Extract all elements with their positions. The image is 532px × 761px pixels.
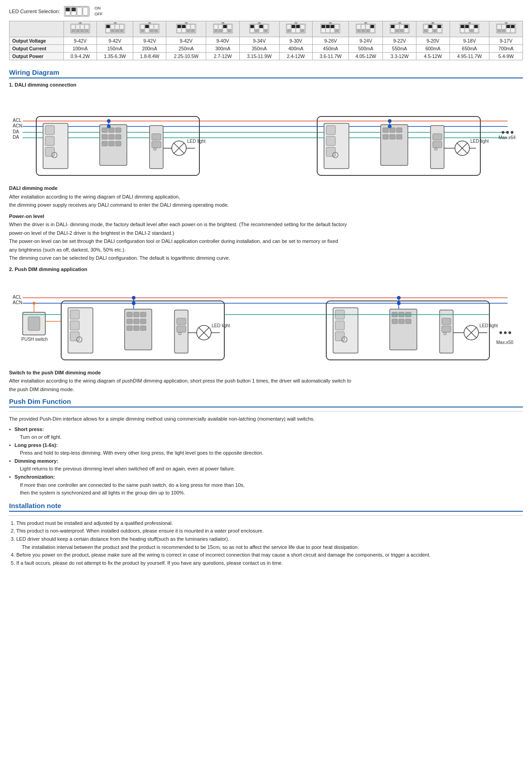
svg-rect-76 — [300, 29, 304, 32]
push-dim-item-3-label: Synchronization: — [15, 474, 55, 480]
installation-section-header: Installation note — [9, 502, 523, 512]
svg-rect-6 — [72, 8, 76, 11]
svg-rect-184 — [397, 128, 402, 132]
svg-rect-160 — [116, 141, 121, 146]
dip-header-4: ON — [206, 21, 240, 37]
svg-text:ACL: ACL — [13, 295, 22, 300]
table-cell-2-9: 3.3-12W — [383, 53, 416, 60]
table-cell-2-4: 2.7-12W — [206, 53, 240, 60]
table-cell-2-0: 0.9-4.2W — [63, 53, 97, 60]
table-cell-0-11: 9-18V — [450, 37, 489, 45]
svg-text:DA: DA — [13, 135, 19, 140]
table-cell-1-7: 450mA — [313, 45, 349, 53]
svg-rect-66 — [264, 29, 268, 32]
table-cell-2-12: 5.4-9W — [489, 53, 523, 60]
svg-rect-259 — [399, 319, 404, 324]
dip-header-1: ON — [97, 21, 133, 37]
install-item-4: If a fault occurs, please do not attempt… — [16, 559, 523, 567]
dali-mode-text2: the dimming power supply receives any DA… — [9, 201, 523, 209]
svg-rect-157 — [116, 135, 121, 139]
dip-header-7: ON — [313, 21, 349, 37]
table-cell-0-10: 9-20V — [416, 37, 450, 45]
svg-rect-260 — [406, 319, 411, 324]
svg-rect-130 — [497, 29, 501, 32]
table-cell-0-6: 9-30V — [279, 37, 313, 45]
svg-text:ON: ON — [505, 22, 508, 24]
svg-rect-152 — [102, 128, 107, 132]
table-cell-2-7: 3.6-11.7W — [313, 53, 349, 60]
svg-rect-228 — [140, 319, 146, 324]
svg-rect-10 — [71, 29, 75, 32]
power-on-text3: The power-on level can be set through th… — [9, 238, 523, 245]
svg-rect-116 — [438, 25, 441, 28]
svg-rect-22 — [111, 29, 114, 32]
svg-rect-102 — [395, 29, 399, 32]
svg-rect-126 — [474, 25, 478, 28]
table-header-row: ON ON ON ON ON ON ON ON ON ON ON ON ON — [10, 21, 523, 37]
table-row-label-2: Output Power — [10, 53, 64, 60]
svg-rect-54 — [223, 25, 227, 28]
wiring-diagram-section: Wiring Diagram 1. DALI dimming connectio… — [9, 68, 523, 393]
install-item-0: This product must be installed and adjus… — [16, 519, 523, 528]
svg-rect-234 — [177, 318, 186, 325]
svg-text:Max.x64: Max.x64 — [498, 135, 516, 140]
table-cell-1-10: 600mA — [416, 45, 450, 53]
svg-rect-114 — [433, 29, 437, 32]
svg-text:Max.x50: Max.x50 — [496, 340, 513, 345]
svg-rect-183 — [390, 128, 395, 132]
svg-rect-3 — [77, 7, 82, 15]
table-cell-0-7: 9-26V — [313, 37, 349, 45]
svg-point-214 — [33, 302, 35, 305]
svg-rect-40 — [177, 25, 181, 28]
svg-rect-182 — [383, 128, 388, 132]
power-on-title: Power-on level — [9, 213, 44, 219]
svg-rect-12 — [76, 29, 79, 32]
table-cell-1-8: 500mA — [348, 45, 383, 53]
table-cell-2-10: 4.5-12W — [416, 53, 450, 60]
table-cell-0-5: 9-34V — [239, 37, 279, 45]
dip-header-0: ON — [63, 21, 97, 37]
svg-rect-226 — [127, 319, 132, 324]
svg-point-276 — [499, 331, 502, 334]
svg-rect-136 — [511, 25, 514, 28]
svg-rect-60 — [251, 25, 254, 28]
svg-rect-149 — [45, 147, 54, 156]
table-cell-2-6: 2.4-12W — [279, 53, 313, 60]
svg-rect-24 — [115, 29, 119, 32]
svg-rect-191 — [433, 141, 442, 148]
table-cell-2-3: 2.25-10.5W — [166, 53, 206, 60]
installation-list: This product must be installed and adjus… — [9, 519, 523, 567]
push-dim-divider — [9, 411, 523, 412]
table-header-empty — [10, 21, 64, 37]
led-selection-row: LED Current Selection: ON OFF — [9, 5, 523, 18]
table-row-0: Output Voltage9-42V9-42V9-42V9-42V9-40V9… — [10, 37, 523, 45]
installation-divider — [9, 515, 523, 516]
svg-rect-185 — [383, 135, 388, 139]
svg-rect-72 — [291, 25, 295, 28]
svg-text:ON: ON — [148, 22, 151, 24]
table-cell-0-4: 9-40V — [206, 37, 240, 45]
power-on-text4: any brightness (such as off, darkest, 30… — [9, 246, 523, 254]
svg-rect-30 — [141, 29, 145, 32]
svg-rect-211 — [28, 317, 40, 330]
push-dim-intro: The provided Push-Dim interface allows f… — [9, 415, 523, 423]
push-dim-item-3-text2: then the system is synchronized and all … — [15, 490, 185, 495]
table-row-1: Output Current100mA150mA200mA250mA300mA3… — [10, 45, 523, 53]
table-cell-0-0: 9-42V — [63, 37, 97, 45]
svg-rect-156 — [109, 135, 114, 139]
svg-rect-155 — [102, 135, 107, 139]
svg-rect-148 — [45, 136, 54, 145]
table-cell-1-6: 400mA — [279, 45, 313, 53]
table-cell-1-2: 200mA — [133, 45, 166, 53]
svg-text:ON: ON — [222, 22, 224, 24]
svg-text:ON: ON — [468, 22, 471, 24]
svg-rect-258 — [392, 319, 397, 324]
push-dim-item-0: Short press: Turn on or off light. — [9, 426, 523, 441]
svg-rect-178 — [326, 136, 335, 145]
svg-text:ON: ON — [329, 22, 332, 24]
dip-header-10: ON — [416, 21, 450, 37]
switch-push-section: Switch to the push DIM dimming mode Afte… — [9, 369, 523, 393]
svg-rect-112 — [429, 25, 432, 28]
svg-rect-252 — [335, 332, 344, 341]
table-cell-1-0: 100mA — [63, 45, 97, 53]
